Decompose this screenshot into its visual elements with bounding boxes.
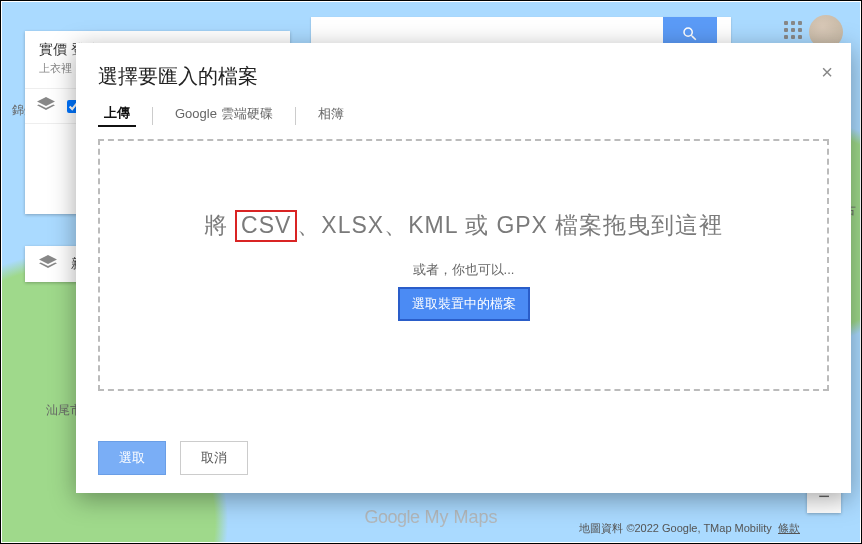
map-attribution: 地圖資料 ©2022 Google, TMap Mobility 條款 (579, 521, 800, 536)
cancel-button[interactable]: 取消 (180, 441, 248, 475)
search-icon (681, 25, 699, 43)
drop-instruction: 將 CSV、XLSX、KML 或 GPX 檔案拖曳到這裡 (204, 210, 724, 241)
drop-or-text: 或者，你也可以... (413, 261, 515, 279)
drop-zone[interactable]: 將 CSV、XLSX、KML 或 GPX 檔案拖曳到這裡 或者，你也可以... … (98, 139, 829, 391)
dialog-tabs: 上傳 Google 雲端硬碟 相簿 (76, 104, 851, 139)
terms-link[interactable]: 條款 (778, 522, 800, 534)
dialog-title: 選擇要匯入的檔案 (76, 43, 851, 104)
select-button[interactable]: 選取 (98, 441, 166, 475)
tab-upload[interactable]: 上傳 (98, 104, 136, 127)
apps-icon[interactable] (784, 21, 806, 43)
layers-icon[interactable] (37, 97, 55, 115)
tab-drive[interactable]: Google 雲端硬碟 (169, 105, 279, 126)
mymaps-watermark: Google My Maps (364, 507, 497, 528)
tab-album[interactable]: 相簿 (312, 105, 350, 126)
import-dialog: 選擇要匯入的檔案 × 上傳 Google 雲端硬碟 相簿 將 CSV、XLSX、… (76, 43, 851, 493)
highlight-csv: CSV (235, 210, 297, 242)
layers-icon[interactable] (25, 255, 71, 273)
close-icon[interactable]: × (821, 61, 833, 84)
select-file-button[interactable]: 選取裝置中的檔案 (398, 287, 530, 321)
